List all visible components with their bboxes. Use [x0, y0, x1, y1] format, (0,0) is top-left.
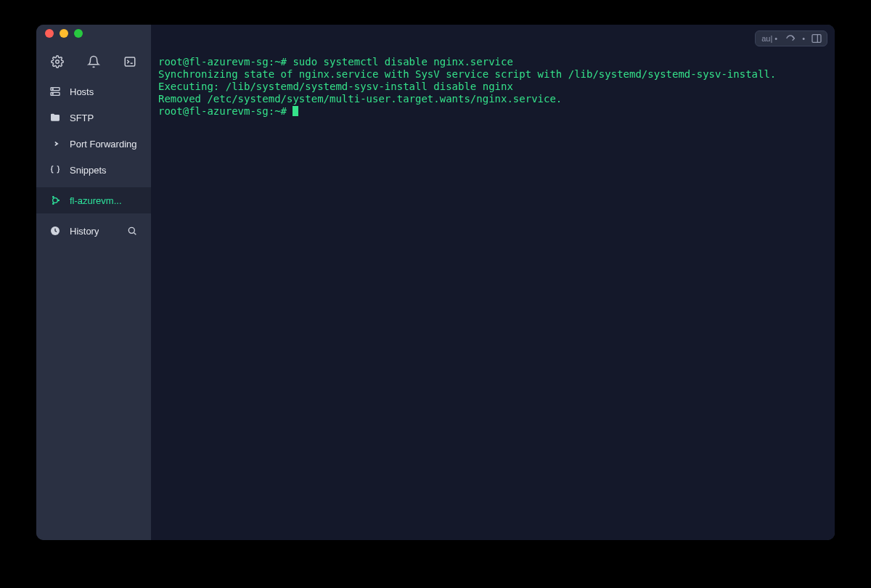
svg-rect-1	[125, 57, 135, 66]
sidebar-top-icons	[36, 42, 151, 75]
forward-icon	[49, 138, 61, 150]
notifications-icon[interactable]	[87, 55, 100, 68]
svg-point-0	[56, 60, 60, 64]
app-window: Hosts SFTP Port Forwarding Snippets	[36, 25, 835, 540]
clock-icon	[49, 225, 61, 237]
sidebar-item-sftp[interactable]: SFTP	[36, 105, 151, 131]
maximize-window-button[interactable]	[74, 29, 83, 38]
window-controls	[36, 25, 151, 42]
svg-point-11	[128, 227, 134, 233]
sidebar-item-label: Hosts	[70, 86, 94, 97]
terminal-icon[interactable]	[123, 55, 136, 68]
sidebar: Hosts SFTP Port Forwarding Snippets	[36, 25, 151, 540]
search-icon[interactable]	[126, 225, 138, 237]
sidebar-item-session[interactable]: fl-azurevm...	[36, 187, 151, 213]
sidebar-item-label: History	[70, 226, 99, 237]
sidebar-item-history[interactable]: History	[36, 218, 151, 244]
svg-point-9	[52, 203, 54, 205]
svg-point-4	[52, 89, 53, 89]
server-icon	[49, 86, 61, 97]
terminal-line: Removed /etc/systemd/system/multi-user.t…	[158, 93, 562, 105]
terminal-line: root@fl-azurevm-sg:~# sudo systemctl dis…	[158, 56, 513, 68]
svg-point-7	[57, 200, 60, 202]
terminal-toolbar: au| • •	[755, 30, 827, 46]
sidebar-item-snippets[interactable]: Snippets	[36, 157, 151, 183]
svg-point-5	[52, 94, 53, 94]
share-icon[interactable]	[785, 33, 796, 44]
toolbar-dot: •	[802, 34, 805, 43]
braces-icon	[49, 164, 61, 176]
sidebar-item-label: SFTP	[70, 113, 94, 123]
sidebar-item-hosts[interactable]: Hosts	[36, 78, 151, 105]
terminal-cursor	[293, 106, 298, 116]
sidebar-item-port-forwarding[interactable]: Port Forwarding	[36, 131, 151, 157]
folder-icon	[49, 112, 61, 123]
svg-point-6	[53, 198, 58, 203]
terminal-line: Synchronizing state of nginx.service wit…	[158, 68, 776, 80]
settings-icon[interactable]	[51, 55, 64, 68]
sidebar-item-label: Snippets	[70, 165, 107, 176]
sidebar-item-label: fl-azurevm...	[70, 195, 122, 206]
terminal-output[interactable]: root@fl-azurevm-sg:~# sudo systemctl dis…	[151, 25, 835, 137]
sidebar-nav: Hosts SFTP Port Forwarding Snippets	[36, 78, 151, 244]
terminal-prompt: root@fl-azurevm-sg:~#	[158, 105, 298, 117]
svg-point-8	[52, 196, 54, 198]
terminal-line: Executing: /lib/systemd/systemd-sysv-ins…	[158, 81, 513, 92]
toolbar-mode-label[interactable]: au| •	[760, 34, 779, 43]
terminal-pane[interactable]: au| • • root@fl-azurevm-sg:~# sudo syste…	[151, 25, 835, 540]
minimize-window-button[interactable]	[60, 29, 68, 38]
ubuntu-icon	[49, 195, 61, 206]
svg-rect-12	[812, 35, 821, 43]
close-window-button[interactable]	[45, 29, 54, 38]
sidebar-item-label: Port Forwarding	[70, 139, 136, 150]
split-pane-icon[interactable]	[811, 33, 822, 44]
